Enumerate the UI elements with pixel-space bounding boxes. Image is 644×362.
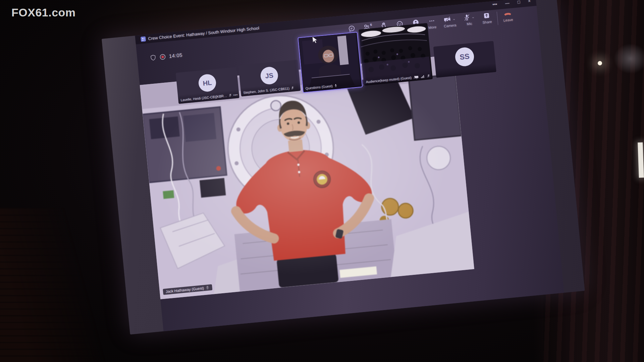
people-count-badge: 6 <box>370 23 372 26</box>
restore-button[interactable]: □ <box>517 0 520 5</box>
spotlight-glare <box>598 61 602 65</box>
signal-bars-icon <box>421 75 425 78</box>
close-button[interactable]: × <box>528 0 531 4</box>
toolbar-divider <box>497 12 498 25</box>
teams-meeting-window: Crew Choice Event: Hathaway / South Wind… <box>135 0 564 331</box>
more-dots-icon <box>428 17 436 25</box>
mic-label: Mic <box>467 21 472 26</box>
camera-off-icon <box>443 15 452 23</box>
brick-wall <box>0 208 111 362</box>
share-label: Share <box>482 19 492 24</box>
camera-button[interactable]: ⌄ Camera <box>442 15 458 28</box>
titlebar-more-button[interactable]: ••• <box>492 2 497 7</box>
share-icon <box>483 12 491 20</box>
mic-muted-icon <box>463 13 471 21</box>
avatar-js: JS <box>260 66 279 85</box>
auditorium-photo: FOX61.com Crew Choice Event: Hathaway / … <box>0 0 644 362</box>
ceiling-fixture <box>614 44 644 74</box>
fox61-watermark: FOX61.com <box>11 6 76 19</box>
camera-label: Camera <box>444 23 457 28</box>
participant-tile-audience[interactable]: Audience(keep muted) (Guest) <box>359 23 433 86</box>
leave-button[interactable]: Leave <box>501 9 514 22</box>
tile-more-options[interactable]: ••• <box>233 93 238 97</box>
mic-muted-icon <box>205 286 210 290</box>
mic-chevron-icon[interactable]: ⌄ <box>471 15 475 19</box>
share-button[interactable]: Share <box>481 11 493 24</box>
participant-tile-lavelle[interactable]: HL Lavelle, Heidi (JSC-CB)[KBR… ••• <box>176 67 239 104</box>
participant-tile-questions[interactable]: Questions (Guest) <box>298 32 363 93</box>
mic-muted-icon <box>290 86 294 90</box>
meeting-timer: 14:05 <box>169 52 182 59</box>
mouse-cursor <box>311 36 319 44</box>
chat-icon <box>347 24 356 33</box>
leave-call-icon <box>503 9 512 17</box>
participant-name: Questions (Guest) <box>305 84 333 90</box>
camera-chevron-icon[interactable]: ⌄ <box>452 17 456 20</box>
participant-tile-ss[interactable]: SS <box>433 41 496 78</box>
participant-tile-stephen[interactable]: JS Stephen, John S. (JSC-CB611) <box>238 60 301 97</box>
avatar-hl: HL <box>198 73 217 93</box>
mic-button[interactable]: ⌄ Mic <box>461 13 477 26</box>
mic-muted-icon <box>228 94 232 98</box>
shield-icon <box>150 54 157 62</box>
mic-icon <box>334 83 338 87</box>
recording-indicator-icon <box>159 53 166 60</box>
leave-label: Leave <box>503 17 513 22</box>
mic-muted-icon <box>427 74 431 78</box>
meeting-status-group: 14:05 <box>150 51 183 61</box>
teams-app-icon <box>141 36 146 42</box>
projection-screen: Crew Choice Event: Hathaway / South Wind… <box>102 0 585 335</box>
minimize-button[interactable]: — <box>505 0 509 6</box>
screen-share-icon <box>415 75 419 79</box>
questions-video-art <box>298 33 360 91</box>
more-label: More <box>428 25 437 29</box>
avatar-ss: SS <box>454 47 475 67</box>
